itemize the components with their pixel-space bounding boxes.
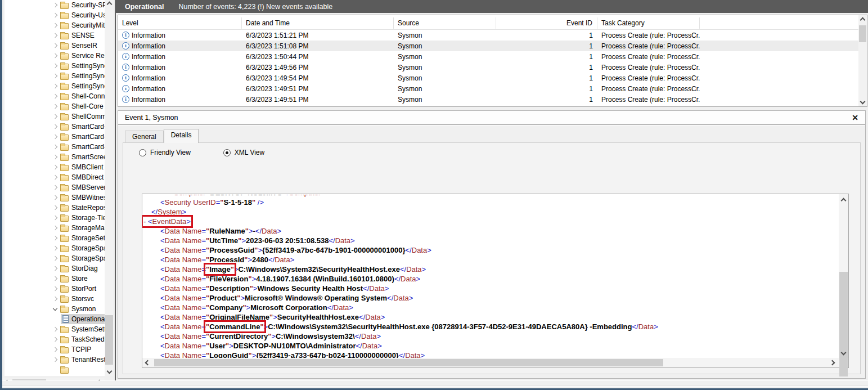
chevron-right-icon[interactable]: [51, 155, 59, 159]
chevron-right-icon[interactable]: [51, 125, 59, 128]
close-icon[interactable]: ✕: [852, 113, 858, 122]
chevron-right-icon[interactable]: [51, 84, 59, 88]
chevron-right-icon[interactable]: [51, 176, 59, 179]
chevron-right-icon[interactable]: [51, 186, 59, 189]
tree-item-tenantrestricti[interactable]: TenantRestricti: [5, 355, 105, 365]
table-row[interactable]: iInformation6/3/2023 1:49:51 PMSysmon1Pr…: [118, 83, 867, 94]
xml-scroll-thumb[interactable]: [839, 272, 848, 376]
tree-item-shell-connect[interactable]: Shell-Connect: [5, 91, 105, 101]
tree-item-security-spp-u[interactable]: Security-SPP-U: [5, 0, 105, 10]
chevron-right-icon[interactable]: [51, 64, 59, 68]
chevron-right-icon[interactable]: [51, 3, 59, 7]
tree-item-securitymitiga[interactable]: SecurityMitiga: [5, 20, 105, 30]
chevron-right-icon[interactable]: [51, 246, 59, 250]
event-list-scroll-thumb[interactable]: [859, 25, 866, 42]
chevron-right-icon[interactable]: [51, 14, 59, 17]
chevron-right-icon[interactable]: [51, 348, 59, 351]
tree-item-smartcard-au[interactable]: SmartCard-Au: [5, 122, 105, 132]
chevron-right-icon[interactable]: [51, 74, 59, 78]
chevron-right-icon[interactable]: [51, 277, 59, 280]
tree-item-shellcommon[interactable]: ShellCommon: [5, 111, 105, 122]
tab-details[interactable]: Details: [164, 129, 199, 143]
chevron-right-icon[interactable]: [51, 257, 59, 260]
tree-item-settingsync[interactable]: SettingSync: [5, 61, 105, 71]
tree-item-taskscheduler[interactable]: TaskScheduler: [5, 334, 105, 344]
radio-selected-icon[interactable]: [223, 149, 231, 156]
chevron-right-icon[interactable]: [51, 165, 59, 169]
chevron-right-icon[interactable]: [51, 287, 59, 290]
chevron-right-icon[interactable]: [51, 226, 59, 230]
table-row[interactable]: iInformation6/3/2023 1:51:08 PMSysmon1Pr…: [118, 41, 867, 51]
sidebar-scroll-thumb[interactable]: [105, 315, 113, 365]
tree-item-smartscreen[interactable]: SmartScreen: [5, 152, 105, 162]
tree-item-security-userc[interactable]: Security-UserC: [5, 10, 105, 20]
chevron-right-icon[interactable]: [51, 328, 59, 331]
table-row[interactable]: iInformation6/3/2023 1:51:21 PMSysmon1Pr…: [118, 30, 867, 41]
chevron-right-icon[interactable]: [51, 236, 59, 240]
column-header-date-time[interactable]: Date and Time: [242, 17, 394, 29]
tree-item-smartcard-de[interactable]: SmartCard-De: [5, 132, 105, 142]
xml-horizontal-scrollbar[interactable]: [142, 358, 839, 367]
scroll-down-icon[interactable]: [105, 367, 114, 375]
chevron-right-icon[interactable]: [51, 196, 59, 199]
tree-item-settingsync-a[interactable]: SettingSync-A: [5, 71, 105, 81]
chevron-right-icon[interactable]: [51, 216, 59, 219]
tree-item-smbclient[interactable]: SMBClient: [5, 162, 105, 172]
chevron-right-icon[interactable]: [51, 145, 59, 149]
table-row[interactable]: iInformation6/3/2023 1:49:54 PMSysmon1Pr…: [118, 73, 867, 83]
chevron-right-icon[interactable]: [51, 34, 59, 37]
chevron-right-icon[interactable]: [51, 105, 59, 108]
sidebar-vertical-scrollbar[interactable]: [105, 0, 114, 376]
xml-content[interactable]: <Computer>DESKTOP-NU10MTO</Computer><Sec…: [142, 194, 839, 358]
tree-item-tcpip[interactable]: TCPIP: [5, 344, 105, 355]
tree-item-service-report[interactable]: Service Report: [5, 51, 105, 61]
xml-vertical-scrollbar[interactable]: [839, 194, 848, 358]
table-row[interactable]: iInformation6/3/2023 1:50:44 PMSysmon1Pr…: [118, 51, 867, 62]
tree-item-sense[interactable]: SENSE: [5, 30, 105, 41]
chevron-right-icon[interactable]: [51, 206, 59, 209]
table-row[interactable]: iInformation6/3/2023 1:49:51 PMSysmon1Pr…: [118, 94, 867, 105]
pane-splitter[interactable]: [115, 0, 116, 387]
tree-item-smbserver[interactable]: SMBServer: [5, 182, 105, 192]
chevron-right-icon[interactable]: [51, 44, 59, 47]
tree-item-smartcard-tpi[interactable]: SmartCard-TPI: [5, 142, 105, 152]
tree-item-storagemanag[interactable]: StorageManag: [5, 223, 105, 233]
scroll-left-icon[interactable]: [145, 360, 151, 366]
chevron-right-icon[interactable]: [51, 135, 59, 138]
tree-item-storsvc[interactable]: Storsvc: [5, 294, 105, 304]
radio-unselected-icon[interactable]: [139, 149, 146, 156]
tree-item-storagespaces[interactable]: StorageSpaces: [5, 253, 105, 263]
chevron-down-icon[interactable]: [51, 308, 59, 310]
tree-item-storagespaces[interactable]: StorageSpaces: [5, 243, 105, 253]
chevron-right-icon[interactable]: [51, 24, 59, 27]
chevron-right-icon[interactable]: [51, 115, 59, 118]
tree-item-smbdirect[interactable]: SMBDirect: [5, 172, 105, 182]
xml-hscroll-thumb[interactable]: [154, 359, 663, 366]
tab-general[interactable]: General: [125, 131, 164, 143]
chevron-right-icon[interactable]: [51, 338, 59, 341]
tree-item-staterepositor[interactable]: StateRepositor: [5, 203, 105, 213]
tree-item-storagesetting[interactable]: StorageSetting: [5, 233, 105, 243]
event-list-vertical-scrollbar[interactable]: [858, 15, 867, 106]
scroll-right-icon[interactable]: [830, 360, 835, 366]
column-header-level[interactable]: Level: [118, 17, 242, 29]
tree-item-senseir[interactable]: SenseIR: [5, 41, 105, 51]
tree-item-partial[interactable]: [5, 365, 105, 375]
column-header-event-id[interactable]: Event ID: [496, 17, 597, 29]
scroll-up-icon[interactable]: [839, 196, 848, 205]
tree-item-shell-core[interactable]: Shell-Core: [5, 101, 105, 111]
column-header-task-category[interactable]: Task Category: [597, 17, 700, 29]
chevron-right-icon[interactable]: [51, 54, 59, 57]
tree-item-store[interactable]: Store: [5, 274, 105, 284]
tree-item-storport[interactable]: StorPort: [5, 284, 105, 294]
chevron-right-icon[interactable]: [51, 95, 59, 98]
scroll-up-icon[interactable]: [105, 0, 114, 8]
tree-item-operational[interactable]: Operational: [5, 314, 105, 324]
friendly-view-radio[interactable]: Friendly View: [139, 149, 191, 156]
xml-view-radio[interactable]: XML View: [223, 149, 264, 156]
scroll-down-icon[interactable]: [858, 97, 867, 106]
tree-item-settingsync-o[interactable]: SettingSync-O: [5, 81, 105, 91]
tree-item-storage-tierin[interactable]: Storage-Tierin: [5, 213, 105, 223]
chevron-right-icon[interactable]: [51, 297, 59, 301]
tree-item-sysmon[interactable]: Sysmon: [5, 304, 105, 314]
